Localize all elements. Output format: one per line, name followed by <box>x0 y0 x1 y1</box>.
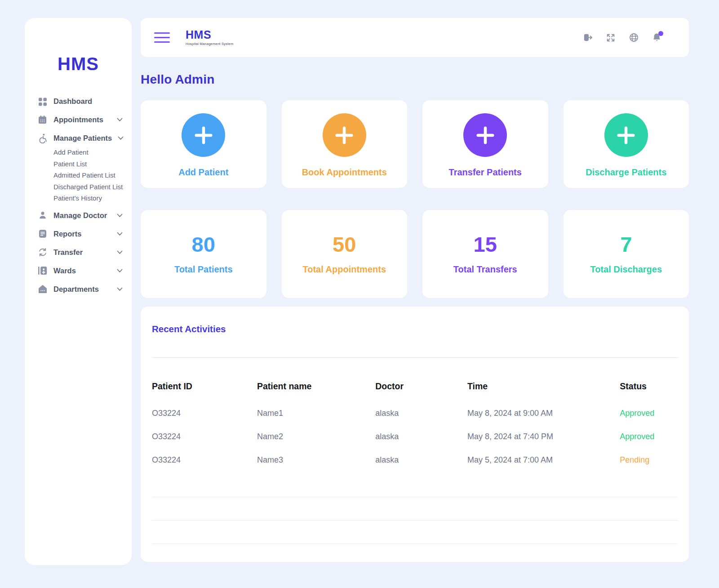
total-discharges-card: 7 Total Discharges <box>564 210 689 298</box>
topbar-actions <box>582 32 662 43</box>
plus-icon <box>182 113 225 157</box>
menu-toggle-button[interactable] <box>154 32 170 43</box>
patient-id-cell: O33224 <box>152 401 257 425</box>
action-card-label: Book Appointments <box>302 167 387 178</box>
patient-id-cell: O33224 <box>152 448 257 472</box>
table-header-row: Patient ID Patient name Doctor Time Stat… <box>152 358 678 401</box>
status-badge: Approved <box>620 401 678 425</box>
sidebar-subitem-patient-list[interactable]: Patient List <box>37 158 132 170</box>
sidebar-item-transfer[interactable]: Transfer <box>37 243 132 262</box>
patient-name-cell: Name3 <box>257 448 375 472</box>
brand-name: HMS <box>186 29 211 40</box>
action-cards-row: Add Patient Book Appointments Transfer P… <box>141 100 689 188</box>
plus-icon <box>323 113 366 157</box>
empty-table-row <box>152 520 678 543</box>
total-patients-card: 80 Total Patients <box>141 210 266 298</box>
chevron-down-icon <box>117 250 123 254</box>
globe-icon[interactable] <box>628 32 639 43</box>
sidebar-subitem-add-patient[interactable]: Add Patient <box>37 147 132 158</box>
column-header-time: Time <box>467 358 620 401</box>
ward-icon <box>37 266 48 276</box>
patient-name-cell: Name1 <box>257 401 375 425</box>
doctor-icon <box>37 210 48 221</box>
patient-name-cell: Name2 <box>257 425 375 448</box>
stat-value: 7 <box>620 234 632 255</box>
sidebar-item-appointments[interactable]: Appointments <box>37 111 132 129</box>
sidebar-subitem-admitted-patient-list[interactable]: Admitted Patient List <box>37 169 132 181</box>
chevron-down-icon <box>117 118 123 122</box>
doctor-cell: alaska <box>375 448 467 472</box>
discharge-patients-card[interactable]: Discharge Patients <box>564 100 689 188</box>
fullscreen-icon[interactable] <box>605 32 616 43</box>
sidebar-subitem-patients-history[interactable]: Patient's History <box>37 192 132 204</box>
brand-subtitle: Hospital Management System <box>186 42 234 46</box>
department-icon <box>37 284 48 294</box>
sidebar-item-label: Departments <box>53 285 99 294</box>
topbar-brand: HMS Hospital Management System <box>186 29 234 46</box>
stat-value: 50 <box>333 234 356 255</box>
column-header-doctor: Doctor <box>375 358 467 401</box>
wheelchair-icon <box>37 133 48 143</box>
sidebar-item-label: Manage Patients <box>53 134 112 143</box>
plus-icon <box>463 113 507 157</box>
chevron-down-icon <box>117 269 123 273</box>
recent-activities-title: Recent Activities <box>152 307 678 334</box>
sidebar-item-label: Appointments <box>53 116 103 124</box>
stat-label: Total Appointments <box>302 264 386 275</box>
total-transfers-card: 15 Total Transfers <box>422 210 548 298</box>
action-card-label: Add Patient <box>178 167 228 178</box>
notifications-icon[interactable] <box>651 32 662 43</box>
recent-activities-panel: Recent Activities Patient ID Patient nam… <box>141 307 689 562</box>
notification-dot <box>658 31 663 36</box>
sidebar-item-label: Dashboard <box>53 97 92 106</box>
column-header-patient-name: Patient name <box>257 358 375 401</box>
activities-table: Patient ID Patient name Doctor Time Stat… <box>152 358 678 544</box>
chevron-down-icon <box>117 214 123 218</box>
add-patient-card[interactable]: Add Patient <box>141 100 266 188</box>
sidebar-item-label: Transfer <box>53 248 83 257</box>
chevron-down-icon <box>117 232 123 236</box>
sidebar-logo: HMS <box>25 54 132 74</box>
sidebar-item-wards[interactable]: Wards <box>37 262 132 280</box>
chevron-down-icon <box>118 136 124 140</box>
sidebar-item-manage-patients[interactable]: Manage Patients <box>37 129 132 147</box>
sidebar-subitem-discharged-patient-list[interactable]: Discharged Patient List <box>37 181 132 193</box>
stat-label: Total Patients <box>174 264 233 275</box>
table-row: O33224 Name3 alaska May 5, 2024 at 7:00 … <box>152 448 678 472</box>
empty-table-row <box>152 497 678 520</box>
transfer-patients-card[interactable]: Transfer Patients <box>422 100 548 188</box>
sidebar-item-departments[interactable]: Departments <box>37 280 132 298</box>
doctor-cell: alaska <box>375 425 467 448</box>
action-card-label: Transfer Patients <box>449 167 522 178</box>
calendar-icon <box>37 115 48 125</box>
sidebar-item-manage-doctor[interactable]: Manage Doctor <box>37 206 132 225</box>
total-appointments-card: 50 Total Appointments <box>282 210 408 298</box>
table-row: O33224 Name1 alaska May 8, 2024 at 9:00 … <box>152 401 678 425</box>
column-header-patient-id: Patient ID <box>152 358 257 401</box>
sidebar-item-label: Wards <box>53 267 76 275</box>
sidebar-item-dashboard[interactable]: Dashboard <box>37 92 132 111</box>
transfer-icon <box>37 247 48 258</box>
time-cell: May 8, 2024 at 7:40 PM <box>467 425 620 448</box>
book-appointments-card[interactable]: Book Appointments <box>282 100 408 188</box>
stat-label: Total Discharges <box>590 264 662 275</box>
time-cell: May 8, 2024 at 9:00 AM <box>467 401 620 425</box>
sidebar-item-reports[interactable]: Reports <box>37 225 132 243</box>
patient-id-cell: O33224 <box>152 425 257 448</box>
sidebar-item-label: Manage Doctor <box>53 211 107 220</box>
status-badge: Pending <box>620 448 678 472</box>
manage-patients-submenu: Add Patient Patient List Admitted Patien… <box>37 147 132 204</box>
doctor-cell: alaska <box>375 401 467 425</box>
stat-label: Total Transfers <box>453 264 517 275</box>
logout-icon[interactable] <box>582 32 593 43</box>
report-icon <box>37 229 48 239</box>
stat-cards-row: 80 Total Patients 50 Total Appointments … <box>141 210 689 298</box>
empty-table-row <box>152 472 678 497</box>
stat-value: 15 <box>474 234 497 255</box>
chevron-down-icon <box>117 287 123 291</box>
topbar: HMS Hospital Management System <box>141 18 689 57</box>
plus-icon <box>604 113 648 157</box>
table-row: O33224 Name2 alaska May 8, 2024 at 7:40 … <box>152 425 678 448</box>
action-card-label: Discharge Patients <box>586 167 666 178</box>
sidebar-item-label: Reports <box>53 230 81 238</box>
